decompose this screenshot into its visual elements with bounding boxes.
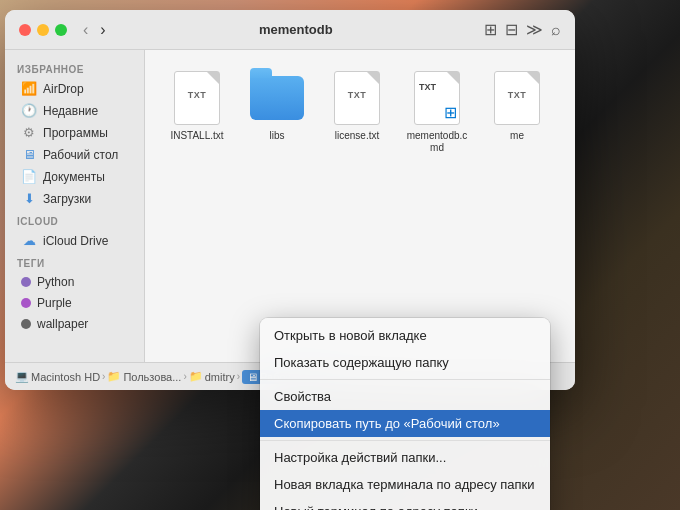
txt-file-icon: TXT — [174, 71, 220, 125]
cmd-type-label: TXT — [419, 82, 436, 92]
folder-icon — [250, 76, 304, 120]
minimize-button[interactable] — [37, 24, 49, 36]
sidebar-item-downloads[interactable]: ⬇ Загрузки — [9, 188, 140, 209]
breadcrumb-label: Пользова... — [123, 371, 181, 383]
more-icon[interactable]: ≫ — [526, 20, 543, 39]
sidebar: Избранное 📶 AirDrop 🕐 Недавние ⚙ Програм… — [5, 50, 145, 362]
desktop-icon: 🖥 — [21, 147, 37, 162]
python-tag-dot — [21, 277, 31, 287]
view-grid-icon[interactable]: ⊞ — [484, 20, 497, 39]
breadcrumb-label: dmitry — [205, 371, 235, 383]
file-icon-wrapper — [249, 70, 305, 126]
menu-item-open-new-tab[interactable]: Открыть в новой вкладке — [260, 322, 550, 349]
txt-label: TXT — [508, 90, 527, 100]
wallpaper-tag-dot — [21, 319, 31, 329]
file-name: libs — [269, 130, 284, 142]
menu-item-configure-actions[interactable]: Настройка действий папки... — [260, 444, 550, 471]
txt-file-icon: TXT — [334, 71, 380, 125]
menu-divider — [260, 440, 550, 441]
sidebar-item-label: Загрузки — [43, 192, 91, 206]
menu-divider — [260, 379, 550, 380]
sidebar-item-airdrop[interactable]: 📶 AirDrop — [9, 78, 140, 99]
title-bar: ‹ › mementodb ⊞ ⊟ ≫ ⌕ — [5, 10, 575, 50]
list-item[interactable]: TXT me — [481, 66, 553, 158]
menu-item-show-enclosing[interactable]: Показать содержащую папку — [260, 349, 550, 376]
breadcrumb-item-polzova[interactable]: 📁 Пользова... — [107, 370, 181, 383]
maximize-button[interactable] — [55, 24, 67, 36]
breadcrumb-separator: › — [237, 371, 240, 382]
close-button[interactable] — [19, 24, 31, 36]
sidebar-item-label: AirDrop — [43, 82, 84, 96]
sidebar-item-label: Документы — [43, 170, 105, 184]
back-button[interactable]: ‹ — [81, 21, 90, 39]
documents-icon: 📄 — [21, 169, 37, 184]
file-icon-wrapper: TXT — [489, 70, 545, 126]
sidebar-item-recent[interactable]: 🕐 Недавние — [9, 100, 140, 121]
context-menu: Открыть в новой вкладке Показать содержа… — [260, 318, 550, 510]
forward-button[interactable]: › — [98, 21, 107, 39]
polzova-icon: 📁 — [107, 370, 121, 383]
list-item[interactable]: TXT license.txt — [321, 66, 393, 158]
favorites-label: Избранное — [5, 58, 144, 77]
recent-icon: 🕐 — [21, 103, 37, 118]
purple-tag-dot — [21, 298, 31, 308]
breadcrumb-separator: › — [183, 371, 186, 382]
window-title: mementodb — [116, 22, 476, 37]
icloud-icon: ☁ — [21, 233, 37, 248]
icloud-label: iCloud — [5, 210, 144, 229]
menu-item-properties[interactable]: Свойства — [260, 383, 550, 410]
cmd-badge-icon: ⊞ — [444, 103, 457, 122]
menu-item-new-terminal[interactable]: Новый терминал по адресу папки — [260, 498, 550, 510]
sidebar-item-label: Программы — [43, 126, 108, 140]
breadcrumb-separator: › — [102, 371, 105, 382]
macintosh-icon: 💻 — [15, 370, 29, 383]
file-icon-wrapper: TXT ⊞ — [409, 70, 465, 126]
tag-label: Purple — [37, 296, 72, 310]
sidebar-item-icloud-drive[interactable]: ☁ iCloud Drive — [9, 230, 140, 251]
sidebar-item-label: iCloud Drive — [43, 234, 108, 248]
airdrop-icon: 📶 — [21, 81, 37, 96]
sidebar-item-tag-wallpaper[interactable]: wallpaper — [9, 314, 140, 334]
list-item[interactable]: TXT INSTALL.txt — [161, 66, 233, 158]
file-name: mementodb.cmd — [405, 130, 469, 154]
dmitry-icon: 📁 — [189, 370, 203, 383]
breadcrumb-item-macintosh[interactable]: 💻 Macintosh HD — [15, 370, 100, 383]
txt-file-icon: TXT — [494, 71, 540, 125]
view-options-icon[interactable]: ⊟ — [505, 20, 518, 39]
tags-label: Теги — [5, 252, 144, 271]
traffic-lights — [19, 24, 67, 36]
file-name: license.txt — [335, 130, 379, 142]
menu-item-copy-path[interactable]: Скопировать путь до «Рабочий стол» — [260, 410, 550, 437]
sidebar-item-apps[interactable]: ⚙ Программы — [9, 122, 140, 143]
sidebar-item-desktop[interactable]: 🖥 Рабочий стол — [9, 144, 140, 165]
file-icon-wrapper: TXT — [169, 70, 225, 126]
breadcrumb-label: Macintosh HD — [31, 371, 100, 383]
sidebar-item-label: Рабочий стол — [43, 148, 118, 162]
tag-label: Python — [37, 275, 74, 289]
desktop-bc-icon: 🖥 — [247, 371, 258, 383]
downloads-icon: ⬇ — [21, 191, 37, 206]
cmd-file-icon: TXT ⊞ — [414, 71, 460, 125]
menu-item-new-terminal-tab[interactable]: Новая вкладка терминала по адресу папки — [260, 471, 550, 498]
txt-label: TXT — [348, 90, 367, 100]
file-name: INSTALL.txt — [170, 130, 223, 142]
files-area: TXT INSTALL.txt libs TXT licens — [145, 50, 575, 362]
toolbar-right: ⊞ ⊟ ≫ ⌕ — [484, 20, 561, 39]
list-item[interactable]: libs — [241, 66, 313, 158]
sidebar-item-tag-purple[interactable]: Purple — [9, 293, 140, 313]
file-icon-wrapper: TXT — [329, 70, 385, 126]
apps-icon: ⚙ — [21, 125, 37, 140]
finder-body: Избранное 📶 AirDrop 🕐 Недавние ⚙ Програм… — [5, 50, 575, 362]
breadcrumb-item-dmitry[interactable]: 📁 dmitry — [189, 370, 235, 383]
tag-label: wallpaper — [37, 317, 88, 331]
search-icon[interactable]: ⌕ — [551, 21, 561, 39]
sidebar-item-tag-python[interactable]: Python — [9, 272, 140, 292]
sidebar-item-documents[interactable]: 📄 Документы — [9, 166, 140, 187]
list-item[interactable]: TXT ⊞ mementodb.cmd — [401, 66, 473, 158]
file-name: me — [510, 130, 524, 142]
txt-label: TXT — [188, 90, 207, 100]
sidebar-item-label: Недавние — [43, 104, 98, 118]
